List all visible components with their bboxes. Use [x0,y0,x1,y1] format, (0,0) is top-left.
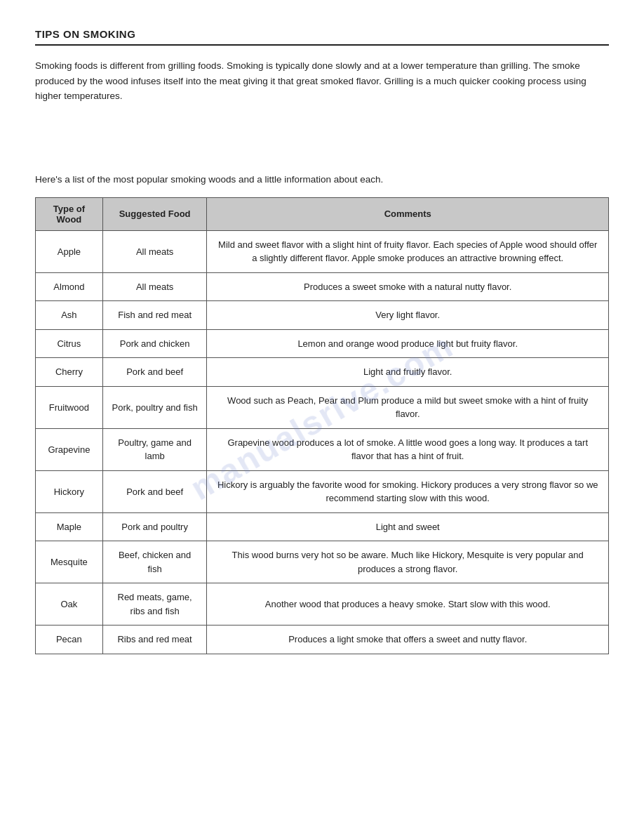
cell-comment: Grapevine wood produces a lot of smoke. … [207,428,609,470]
cell-wood: Maple [36,512,103,541]
table-row: CherryPork and beefLight and fruitly fla… [36,358,609,387]
cell-comment: Another wood that produces a heavy smoke… [207,583,609,626]
table-row: CitrusPork and chickenLemon and orange w… [36,329,609,358]
cell-wood: Cherry [36,358,103,387]
col-header-food: Suggested Food [102,197,207,230]
col-header-wood: Type of Wood [36,197,103,230]
table-row: AlmondAll meatsProduces a sweet smoke wi… [36,272,609,301]
table-row: MaplePork and poultryLight and sweet [36,512,609,541]
cell-wood: Fruitwood [36,386,103,428]
cell-food: All meats [102,272,207,301]
cell-wood: Mesquite [36,541,103,583]
cell-wood: Grapevine [36,428,103,470]
intro-text: Smoking foods is different from grilling… [35,58,609,104]
cell-food: Pork and beef [102,470,207,512]
table-row: AshFish and red meatVery light flavor. [36,301,609,330]
page-title: TIPS ON SMOKING [35,28,609,40]
cell-food: Fish and red meat [102,301,207,330]
cell-comment: Hickory is arguably the favorite wood fo… [207,470,609,512]
cell-comment: This wood burns very hot so be aware. Mu… [207,541,609,583]
cell-comment: Mild and sweet flavor with a slight hint… [207,230,609,272]
cell-wood: Hickory [36,470,103,512]
cell-comment: Light and fruitly flavor. [207,358,609,387]
cell-comment: Light and sweet [207,512,609,541]
smoking-woods-table: Type of Wood Suggested Food Comments App… [35,197,609,654]
list-intro: Here's a list of the most popular smokin… [35,174,609,185]
cell-wood: Ash [36,301,103,330]
table-row: GrapevinePoultry, game and lambGrapevine… [36,428,609,470]
cell-wood: Citrus [36,329,103,358]
cell-comment: Produces a sweet smoke with a natural nu… [207,272,609,301]
cell-comment: Very light flavor. [207,301,609,330]
cell-food: Pork, poultry and fish [102,386,207,428]
table-row: FruitwoodPork, poultry and fishWood such… [36,386,609,428]
cell-food: Ribs and red meat [102,626,207,654]
col-header-comments: Comments [207,197,609,230]
cell-wood: Oak [36,583,103,626]
table-row: PecanRibs and red meatProduces a light s… [36,626,609,654]
cell-food: Pork and poultry [102,512,207,541]
cell-food: Pork and beef [102,358,207,387]
cell-food: All meats [102,230,207,272]
cell-food: Beef, chicken and fish [102,541,207,583]
cell-comment: Wood such as Peach, Pear and Plum produc… [207,386,609,428]
cell-wood: Pecan [36,626,103,654]
cell-comment: Produces a light smoke that offers a swe… [207,626,609,654]
cell-food: Pork and chicken [102,329,207,358]
cell-food: Red meats, game, ribs and fish [102,583,207,626]
cell-comment: Lemon and orange wood produce light but … [207,329,609,358]
table-header-row: Type of Wood Suggested Food Comments [36,197,609,230]
cell-wood: Apple [36,230,103,272]
table-row: MesquiteBeef, chicken and fishThis wood … [36,541,609,583]
cell-wood: Almond [36,272,103,301]
cell-food: Poultry, game and lamb [102,428,207,470]
table-row: HickoryPork and beefHickory is arguably … [36,470,609,512]
table-row: OakRed meats, game, ribs and fishAnother… [36,583,609,626]
table-row: AppleAll meatsMild and sweet flavor with… [36,230,609,272]
title-divider [35,44,609,46]
